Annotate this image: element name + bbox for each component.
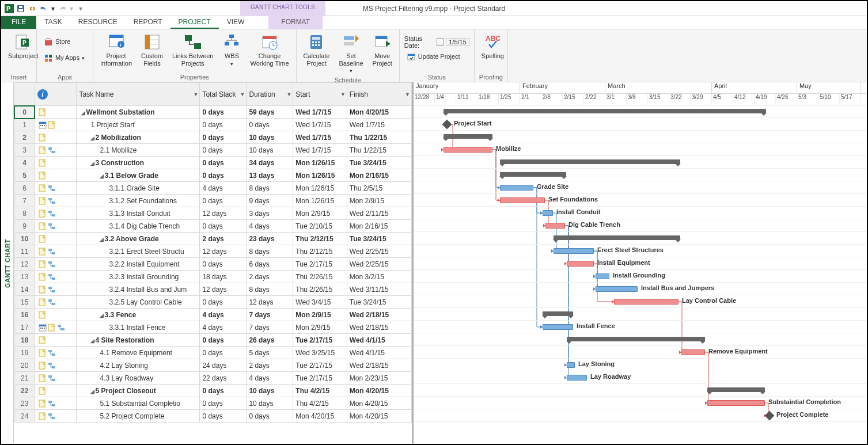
row-id[interactable]: 20: [14, 359, 35, 372]
calculate-project-button[interactable]: Calculate Project: [301, 32, 332, 68]
start-cell[interactable]: Wed 1/7/15: [293, 144, 347, 157]
duration-cell[interactable]: 23 days: [247, 233, 293, 245]
gantt-bar[interactable]: [567, 375, 587, 381]
gantt-row[interactable]: Set Foundations: [414, 194, 867, 207]
task-name-cell[interactable]: ◢5 Project Closeout: [77, 385, 200, 397]
gantt-bar[interactable]: [444, 134, 492, 139]
finish-cell[interactable]: Mon 3/2/15: [347, 271, 411, 283]
gantt-bar[interactable]: [500, 172, 566, 177]
status-date-value[interactable]: 1/5/15: [446, 38, 469, 46]
undo-icon[interactable]: [39, 4, 48, 13]
row-id[interactable]: 0: [14, 106, 35, 119]
finish-cell[interactable]: Mon 4/20/15: [347, 397, 411, 410]
total-slack-cell[interactable]: 0 days: [200, 296, 247, 309]
start-cell[interactable]: Thu 2/12/15: [293, 245, 347, 258]
duration-cell[interactable]: 8 days: [247, 283, 293, 296]
gantt-row[interactable]: Install Bus and Jumpers: [414, 283, 867, 295]
table-row[interactable]: 113.2.1 Erect Steel Structu12 days8 days…: [14, 245, 412, 258]
gantt-bar[interactable]: [707, 400, 765, 406]
start-cell[interactable]: Tue 2/10/15: [293, 220, 347, 233]
redo-dropdown-icon[interactable]: ▾: [69, 4, 74, 13]
chevron-down-icon[interactable]: ▼: [240, 92, 245, 97]
gantt-row[interactable]: Install Equipment: [414, 257, 867, 270]
finish-cell[interactable]: Wed 2/18/15: [347, 359, 411, 372]
task-name-cell[interactable]: 5.2 Project Complete: [77, 410, 200, 423]
total-slack-cell[interactable]: 0 days: [200, 385, 247, 397]
gantt-bar[interactable]: [500, 185, 533, 191]
duration-cell[interactable]: 4 days: [247, 372, 293, 385]
gantt-bar[interactable]: [554, 235, 680, 240]
table-row[interactable]: 245.2 Project Complete0 days0 daysMon 4/…: [14, 410, 412, 423]
row-id[interactable]: 21: [14, 372, 35, 385]
table-row[interactable]: 63.1.1 Grade Site4 days8 daysMon 1/26/15…: [14, 182, 412, 195]
start-cell[interactable]: Mon 2/9/15: [293, 309, 347, 321]
gantt-row[interactable]: [414, 384, 867, 397]
duration-cell[interactable]: 26 days: [247, 334, 293, 347]
gantt-row[interactable]: Project Start: [414, 118, 867, 131]
start-cell[interactable]: Thu 2/26/15: [293, 283, 347, 296]
gantt-bar[interactable]: [444, 109, 766, 113]
finish-cell[interactable]: Wed 2/25/15: [347, 258, 411, 271]
chevron-down-icon[interactable]: ▼: [340, 92, 346, 97]
finish-cell[interactable]: Wed 3/11/15: [347, 283, 411, 296]
start-cell[interactable]: Mon 1/26/15: [293, 195, 347, 207]
set-baseline-button[interactable]: Set Baseline ▾: [336, 32, 365, 75]
gantt-bar[interactable]: [681, 349, 705, 355]
duration-cell[interactable]: 59 days: [247, 106, 293, 119]
start-cell[interactable]: Thu 2/26/15: [293, 271, 347, 283]
task-name-cell[interactable]: 3.1.2 Set Foundations: [77, 195, 200, 207]
gantt-row[interactable]: Lay Control Cable: [414, 295, 867, 308]
gantt-bar[interactable]: [707, 387, 765, 392]
table-row[interactable]: 10◢3.2 Above Grade2 days23 daysThu 2/12/…: [14, 233, 412, 245]
duration-cell[interactable]: 10 days: [247, 397, 293, 410]
task-name-cell[interactable]: 4.3 Lay Roadway: [77, 372, 200, 385]
total-slack-cell[interactable]: 0 days: [200, 119, 247, 131]
gantt-row[interactable]: Project Complete: [414, 409, 867, 422]
row-id[interactable]: 18: [14, 334, 35, 347]
finish-cell[interactable]: Thu 1/22/15: [347, 144, 411, 157]
row-id[interactable]: 8: [14, 207, 35, 220]
tab-report[interactable]: REPORT: [126, 16, 170, 29]
table-row[interactable]: 235.1 Substaintial Completio0 days10 day…: [14, 397, 412, 410]
total-slack-cell[interactable]: 22 days: [200, 372, 247, 385]
column-finish[interactable]: Finish▼: [347, 83, 411, 106]
column-indicators[interactable]: i: [35, 83, 77, 106]
task-sheet[interactable]: i Task Name▼ Total Slack▼ Duration▼ Star…: [14, 82, 414, 444]
table-row[interactable]: 32.1 Mobilize0 days10 daysWed 1/7/15Thu …: [14, 144, 412, 157]
duration-cell[interactable]: 7 days: [247, 309, 293, 321]
redo-icon[interactable]: [58, 4, 67, 13]
task-name-cell[interactable]: 4.1 Remove Equipment: [77, 347, 200, 359]
task-name-cell[interactable]: 3.1.1 Grade Site: [77, 182, 200, 195]
spelling-button[interactable]: ABCSpelling: [479, 32, 506, 61]
table-row[interactable]: 214.3 Lay Roadway22 days4 daysTue 2/17/1…: [14, 372, 412, 385]
finish-cell[interactable]: Mon 2/16/15: [347, 169, 411, 182]
row-id[interactable]: 13: [14, 271, 35, 283]
start-cell[interactable]: Mon 1/26/15: [293, 182, 347, 195]
subproject-button[interactable]: P Subproject: [6, 32, 41, 61]
row-id[interactable]: 22: [14, 385, 35, 397]
gantt-row[interactable]: Install Conduit: [414, 207, 867, 219]
gantt-row[interactable]: [414, 105, 867, 118]
duration-cell[interactable]: 10 days: [247, 131, 293, 144]
row-id[interactable]: 10: [14, 233, 35, 245]
duration-cell[interactable]: 10 days: [247, 144, 293, 157]
finish-cell[interactable]: Mon 2/9/15: [347, 195, 411, 207]
finish-cell[interactable]: Wed 4/1/15: [347, 334, 411, 347]
table-row[interactable]: 143.2.4 Install Bus and Jum12 days8 days…: [14, 283, 412, 296]
duration-cell[interactable]: 13 days: [247, 169, 293, 182]
table-row[interactable]: 93.1.4 Dig Cable Trench0 days4 daysTue 2…: [14, 220, 412, 233]
finish-cell[interactable]: Tue 3/24/15: [347, 157, 411, 169]
total-slack-cell[interactable]: 0 days: [200, 220, 247, 233]
tab-format[interactable]: FORMAT: [268, 16, 323, 29]
total-slack-cell[interactable]: 0 days: [200, 195, 247, 207]
store-button[interactable]: Store: [41, 36, 87, 48]
total-slack-cell[interactable]: 0 days: [200, 157, 247, 169]
row-id[interactable]: 17: [14, 321, 35, 334]
total-slack-cell[interactable]: 4 days: [200, 321, 247, 334]
row-id[interactable]: 19: [14, 347, 35, 359]
gantt-bar[interactable]: [554, 248, 594, 254]
view-sidebar[interactable]: GANTT CHART: [1, 82, 14, 444]
start-cell[interactable]: Tue 2/17/15: [293, 372, 347, 385]
gantt-bar[interactable]: [500, 159, 680, 164]
row-id[interactable]: 1: [14, 119, 35, 131]
